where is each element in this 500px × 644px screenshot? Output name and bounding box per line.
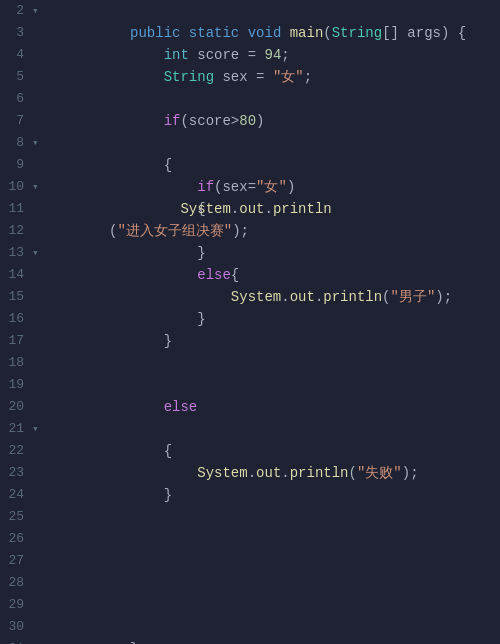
line-num-17: 17 xyxy=(0,330,32,352)
line-num-16: 16 xyxy=(0,308,32,330)
line-num-2: 2 xyxy=(0,0,32,22)
line-num-15: 15 xyxy=(0,286,32,308)
line-arrow-21: ▾ xyxy=(32,418,46,440)
line-num-24: 24 xyxy=(0,484,32,506)
code-line-4: 4 String sex = "女"; xyxy=(0,44,500,66)
line-arrow-8: ▾ xyxy=(32,132,46,154)
code-line-28: 28 xyxy=(0,572,500,594)
line-num-26: 26 xyxy=(0,528,32,550)
line-num-12: 12 xyxy=(0,220,32,242)
line-arrow-13: ▾ xyxy=(32,242,46,264)
line-num-31: 31 xyxy=(0,638,32,644)
code-line-21: 21 ▾ { xyxy=(0,418,500,440)
line-num-19: 19 xyxy=(0,374,32,396)
code-line-31: 31 } xyxy=(0,638,500,644)
code-line-20: 20 xyxy=(0,396,500,418)
code-line-14: 14 System.out.println("男子"); xyxy=(0,264,500,286)
line-num-21: 21 xyxy=(0,418,32,440)
line-num-27: 27 xyxy=(0,550,32,572)
line-num-20: 20 xyxy=(0,396,32,418)
line-num-18: 18 xyxy=(0,352,32,374)
code-line-15: 15 } xyxy=(0,286,500,308)
code-line-8: 8 ▾ { xyxy=(0,132,500,154)
line-num-6: 6 xyxy=(0,88,32,110)
line-arrow-10: ▾ xyxy=(32,176,46,198)
code-line-27: 27 xyxy=(0,550,500,572)
code-line-23: 23 } xyxy=(0,462,500,484)
line-num-22: 22 xyxy=(0,440,32,462)
code-line-5: 5 xyxy=(0,66,500,88)
code-line-9: 9 if(sex="女") xyxy=(0,154,500,176)
code-line-12: 12 } xyxy=(0,220,500,242)
line-num-9: 9 xyxy=(0,154,32,176)
line-num-23: 23 xyxy=(0,462,32,484)
line-num-3: 3 xyxy=(0,22,32,44)
line-num-30: 30 xyxy=(0,616,32,638)
code-editor: 2 ▾ public static void main(String[] arg… xyxy=(0,0,500,644)
code-line-22: 22 System.out.println("失败"); xyxy=(0,440,500,462)
code-line-18: 18 xyxy=(0,352,500,374)
code-line-30: 30 } xyxy=(0,616,500,638)
line-num-28: 28 xyxy=(0,572,32,594)
line-content-31: } xyxy=(46,638,500,644)
line-num-29: 29 xyxy=(0,594,32,616)
line-num-4: 4 xyxy=(0,44,32,66)
code-line-16: 16 } xyxy=(0,308,500,330)
line-num-8: 8 xyxy=(0,132,32,154)
code-line-24: 24 xyxy=(0,484,500,506)
line-num-14: 14 xyxy=(0,264,32,286)
line-num-7: 7 xyxy=(0,110,32,132)
line-num-11: 11 xyxy=(0,198,32,220)
line-num-10: 10 xyxy=(0,176,32,198)
line-num-5: 5 xyxy=(0,66,32,88)
code-line-13: 13 ▾ else{ xyxy=(0,242,500,264)
code-line-17: 17 xyxy=(0,330,500,352)
code-line-19: 19 else xyxy=(0,374,500,396)
code-line-26: 26 xyxy=(0,528,500,550)
code-line-25: 25 xyxy=(0,506,500,528)
code-line-29: 29 xyxy=(0,594,500,616)
code-line-2: 2 ▾ public static void main(String[] arg… xyxy=(0,0,500,22)
code-line-11: 11 System.out.println ("进入女子组决赛"); xyxy=(0,198,500,220)
line-arrow-2: ▾ xyxy=(32,0,46,22)
code-line-7: 7 xyxy=(0,110,500,132)
code-line-6: 6 if(score>80) xyxy=(0,88,500,110)
code-line-3: 3 int score = 94; xyxy=(0,22,500,44)
line-num-13: 13 xyxy=(0,242,32,264)
line-num-25: 25 xyxy=(0,506,32,528)
code-line-10: 10 ▾ { xyxy=(0,176,500,198)
